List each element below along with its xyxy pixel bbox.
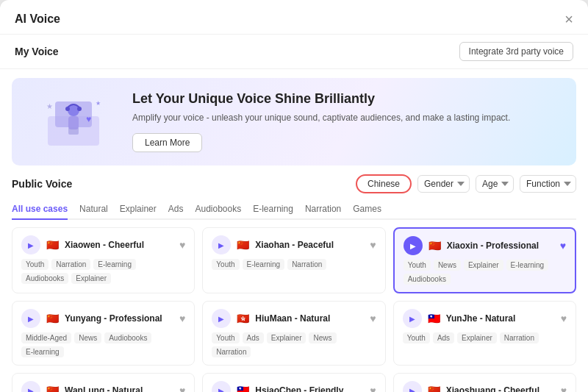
banner-text: Let Your Unique Voice Shine Brilliantly …	[132, 91, 559, 152]
voice-name: Xiaohan - Peaceful	[255, 240, 364, 250]
voice-tag: Ads	[433, 332, 454, 343]
voice-tag: Narration	[500, 332, 539, 343]
tab-narration[interactable]: Narration	[305, 199, 341, 220]
voice-tags: YouthNewsExplainerE-learningAudiobooks	[404, 260, 566, 285]
learn-more-button[interactable]: Learn More	[132, 133, 202, 152]
tab-explainer[interactable]: Explainer	[120, 199, 157, 220]
voice-card[interactable]: ▶🇨🇳Xiaowen - Cheerful♥YouthNarrationE-le…	[12, 227, 195, 293]
play-button[interactable]: ▶	[21, 235, 40, 254]
voice-card[interactable]: ▶🇨🇳Xiaoxin - Professional♥YouthNewsExpla…	[393, 227, 576, 293]
svg-rect-4	[68, 116, 79, 129]
voice-tag: News	[309, 332, 336, 343]
gender-filter-select[interactable]: Gender	[417, 175, 470, 193]
voice-tag: Narration	[212, 346, 251, 357]
voice-card[interactable]: ▶🇨🇳Xiaoshuang - Cheerful♥ChildAdsAudiobo…	[393, 373, 576, 392]
voice-tag: Youth	[404, 260, 431, 271]
tab-natural[interactable]: Natural	[79, 199, 108, 220]
voice-tag: Youth	[403, 332, 430, 343]
voice-tag: Audiobooks	[404, 274, 451, 285]
play-button[interactable]: ▶	[403, 381, 422, 392]
voice-tag: Explainer	[464, 260, 503, 271]
voice-card-top: ▶🇨🇳Xiaowen - Cheerful♥	[21, 235, 185, 254]
voice-card-top: ▶🇭🇰HiuMaan - Natural♥	[212, 309, 376, 328]
voice-card-top: ▶🇹🇼YunJhe - Natural♥	[403, 309, 567, 328]
play-button[interactable]: ▶	[21, 309, 40, 328]
voice-name: Xiaoshuang - Cheerful	[446, 385, 555, 392]
svg-point-6	[77, 107, 82, 111]
close-button[interactable]: ×	[564, 12, 573, 26]
heart-icon[interactable]: ♥	[179, 239, 185, 251]
banner: ♥ ★ ★ Let Your Unique Voice Shine Brilli…	[12, 78, 576, 165]
heart-icon[interactable]: ♥	[370, 313, 376, 324]
voice-tag: Explainer	[71, 273, 111, 284]
voice-card[interactable]: ▶🇹🇼YunJhe - Natural♥YouthAdsExplainerNar…	[393, 301, 576, 366]
play-button[interactable]: ▶	[21, 381, 40, 392]
public-voice-section: Public Voice Chinese Gender Age Function…	[0, 174, 588, 392]
voice-tag: Youth	[21, 259, 49, 270]
heart-icon[interactable]: ♥	[179, 313, 185, 324]
voice-tag: E-learning	[21, 346, 64, 357]
voice-name: HiuMaan - Natural	[255, 313, 364, 324]
tab-audiobooks[interactable]: Audiobooks	[195, 199, 241, 220]
tab-elearning[interactable]: E-learning	[253, 199, 293, 220]
voice-tags: Middle-AgedNewsAudiobooksE-learning	[21, 332, 185, 357]
voice-tags: YouthE-learningNarration	[212, 259, 376, 270]
my-voice-bar: My Voice Integrate 3rd party voice	[0, 35, 588, 69]
heart-icon[interactable]: ♥	[560, 240, 566, 252]
heart-icon[interactable]: ♥	[179, 385, 185, 392]
modal-title: AI Voice	[15, 13, 60, 26]
svg-text:♥: ♥	[86, 114, 91, 124]
play-button[interactable]: ▶	[212, 381, 231, 392]
voice-card[interactable]: ▶🇨🇳WanLung - Natural♥YouthExplainerNarra…	[12, 373, 195, 392]
voice-card-top: ▶🇨🇳Xiaoshuang - Cheerful♥	[403, 381, 567, 392]
play-button[interactable]: ▶	[403, 309, 422, 328]
integrate-3rd-party-button[interactable]: Integrate 3rd party voice	[459, 42, 573, 61]
flag-icon: 🇨🇳	[428, 385, 440, 392]
flag-icon: 🇹🇼	[237, 385, 249, 392]
heart-icon[interactable]: ♥	[370, 385, 376, 392]
heart-icon[interactable]: ♥	[370, 239, 376, 251]
flag-icon: 🇹🇼	[428, 313, 440, 324]
ai-voice-modal: AI Voice × My Voice Integrate 3rd party …	[0, 0, 588, 392]
banner-subtext: Amplify your voice - unleash your unique…	[132, 111, 559, 124]
voice-name: YunJhe - Natural	[446, 313, 555, 324]
play-button[interactable]: ▶	[404, 236, 423, 255]
voice-grid: ▶🇨🇳Xiaowen - Cheerful♥YouthNarrationE-le…	[12, 227, 576, 392]
heart-icon[interactable]: ♥	[561, 385, 567, 392]
voice-tag: News	[434, 260, 461, 271]
voice-card[interactable]: ▶🇭🇰HiuMaan - Natural♥YouthAdsExplainerNe…	[202, 301, 385, 366]
voice-card[interactable]: ▶🇨🇳Yunyang - Professional♥Middle-AgedNew…	[12, 301, 195, 366]
svg-point-5	[65, 107, 70, 111]
flag-icon: 🇨🇳	[46, 239, 59, 251]
voice-card-top: ▶🇨🇳Xiaoxin - Professional♥	[404, 236, 566, 255]
voice-tags: YouthAdsExplainerNarration	[403, 332, 567, 343]
voice-card-top: ▶🇹🇼HsiaoChen - Friendly♥	[212, 381, 376, 392]
voice-tag: News	[74, 332, 101, 343]
voice-tag: Audiobooks	[21, 273, 68, 284]
voice-tag: Youth	[212, 332, 239, 343]
svg-text:★: ★	[46, 102, 53, 110]
my-voice-label: My Voice	[15, 46, 59, 57]
use-case-tabs: All use casesNaturalExplainerAdsAudioboo…	[12, 199, 576, 220]
chinese-filter-button[interactable]: Chinese	[356, 174, 412, 193]
voice-card-top: ▶🇨🇳Yunyang - Professional♥	[21, 309, 185, 328]
tab-games[interactable]: Games	[353, 199, 381, 220]
voice-tags: YouthAdsExplainerNewsNarration	[212, 332, 376, 357]
age-filter-select[interactable]: Age	[476, 175, 514, 193]
filter-group: Chinese Gender Age Function	[356, 174, 576, 193]
voice-tag: Explainer	[457, 332, 497, 343]
voice-card[interactable]: ▶🇹🇼HsiaoChen - Friendly♥YouthExplainerNa…	[202, 373, 385, 392]
voice-name: WanLung - Natural	[65, 385, 173, 392]
play-button[interactable]: ▶	[212, 309, 231, 328]
tab-all[interactable]: All use cases	[12, 199, 68, 220]
banner-illustration: ♥ ★ ★	[29, 93, 118, 152]
voice-name: Xiaowen - Cheerful	[65, 240, 173, 250]
heart-icon[interactable]: ♥	[561, 313, 567, 324]
tab-ads[interactable]: Ads	[168, 199, 184, 220]
play-button[interactable]: ▶	[212, 235, 231, 254]
voice-name: Yunyang - Professional	[65, 313, 173, 324]
voice-card[interactable]: ▶🇨🇳Xiaohan - Peaceful♥YouthE-learningNar…	[202, 227, 385, 293]
public-voice-header: Public Voice Chinese Gender Age Function	[12, 174, 576, 193]
function-filter-select[interactable]: Function	[520, 175, 576, 193]
voice-tag: Narration	[287, 259, 326, 270]
